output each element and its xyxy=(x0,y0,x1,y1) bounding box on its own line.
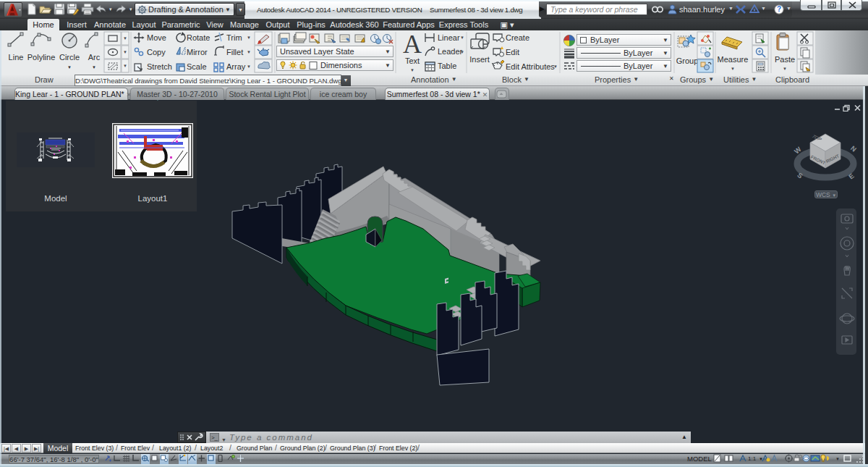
svg-text:Array: Array xyxy=(226,62,246,71)
svg-text:▼: ▼ xyxy=(247,35,251,40)
svg-text:Create: Create xyxy=(506,33,529,42)
svg-text:▼: ▼ xyxy=(783,67,787,71)
svg-text:Copy: Copy xyxy=(147,48,166,56)
svg-text:Arc: Arc xyxy=(88,53,101,62)
svg-text:▼: ▼ xyxy=(410,68,414,72)
svg-text:▼: ▼ xyxy=(123,64,127,68)
svg-text:E: E xyxy=(847,172,856,181)
svg-text:Paste: Paste xyxy=(775,55,795,64)
svg-text:Text: Text xyxy=(405,56,420,65)
svg-text:Insert: Insert xyxy=(469,55,490,64)
svg-text:▾: ▾ xyxy=(129,7,132,12)
svg-text:Scale: Scale xyxy=(187,62,207,71)
svg-text:Line: Line xyxy=(9,53,24,62)
svg-text:Rotate: Rotate xyxy=(187,33,210,42)
svg-text:Table: Table xyxy=(438,62,456,70)
svg-text:▼: ▼ xyxy=(247,64,251,69)
svg-text:Linear: Linear xyxy=(438,33,460,42)
svg-text:Edit: Edit xyxy=(506,48,519,56)
svg-text:Stretch: Stretch xyxy=(147,62,172,71)
svg-text:Move: Move xyxy=(147,33,166,42)
svg-text:▼: ▼ xyxy=(460,35,464,40)
svg-text:?: ? xyxy=(777,5,781,13)
svg-text:Measure: Measure xyxy=(718,55,749,64)
svg-text:▼: ▼ xyxy=(92,65,96,70)
svg-text:▼: ▼ xyxy=(731,67,735,71)
svg-text:Trim: Trim xyxy=(226,33,242,42)
svg-text:Polyline: Polyline xyxy=(27,53,56,62)
svg-text:▼: ▼ xyxy=(123,50,127,54)
svg-text:Circle: Circle xyxy=(59,53,80,62)
svg-text:▼: ▼ xyxy=(247,50,251,54)
svg-text:▼: ▼ xyxy=(553,64,558,69)
svg-text:Mirror: Mirror xyxy=(187,48,208,56)
svg-text:1:1: 1:1 xyxy=(748,455,757,462)
svg-text:Fillet: Fillet xyxy=(226,48,243,56)
svg-text:▼: ▼ xyxy=(123,36,127,41)
svg-text:▼: ▼ xyxy=(67,65,72,70)
svg-text:A: A xyxy=(403,30,422,59)
svg-text:N: N xyxy=(849,144,858,153)
svg-text:▾: ▾ xyxy=(109,7,112,12)
svg-text:Edit Attributes: Edit Attributes xyxy=(506,62,555,71)
svg-text:▼: ▼ xyxy=(460,50,464,54)
svg-text:Leader: Leader xyxy=(438,47,463,56)
svg-text:Group: Group xyxy=(676,56,699,65)
